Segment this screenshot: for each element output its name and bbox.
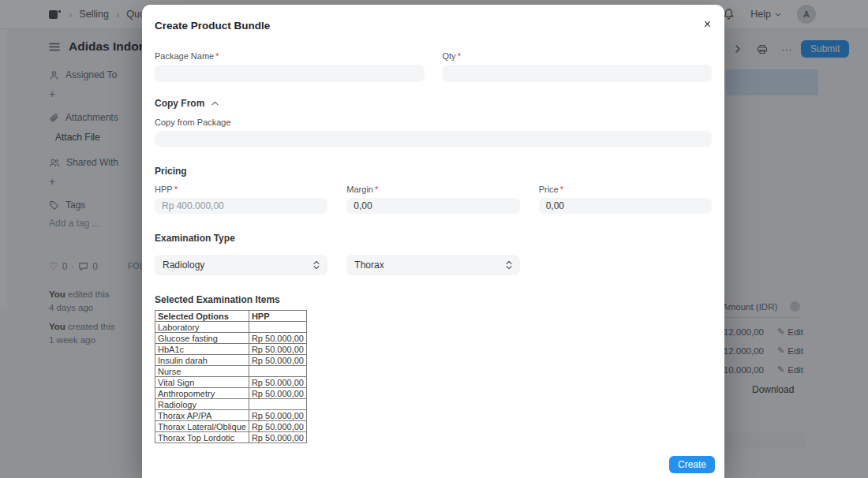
exam-type-select[interactable]: Radiology: [155, 255, 327, 275]
price-field: Price*: [539, 185, 712, 214]
hpp-cell: Rp 50.000,00: [249, 432, 306, 443]
price-input[interactable]: [539, 198, 712, 214]
modal-body: Package Name* Qty* Copy From Copy from P…: [142, 51, 724, 443]
table-row: Thorax Top LordoticRp 50.000,00: [155, 432, 307, 443]
option-cell: Nurse: [155, 366, 249, 377]
hpp-cell: [249, 399, 306, 410]
name-qty-row: Package Name* Qty*: [155, 51, 712, 82]
hpp-cell: Rp 50.000,00: [249, 388, 306, 399]
modal-title: Create Product Bundle: [155, 20, 270, 32]
hpp-cell: Rp 50.000,00: [249, 355, 306, 366]
package-name-label: Package Name*: [155, 51, 425, 61]
package-name-field: Package Name*: [155, 51, 425, 82]
option-cell: Thorax AP/PA: [155, 410, 249, 421]
pricing-title: Pricing: [155, 166, 187, 177]
column-header-selected-options: Selected Options: [155, 311, 249, 322]
hpp-cell: [249, 366, 306, 377]
exam-subtype-value: Thorax: [354, 260, 383, 271]
qty-input[interactable]: [443, 65, 713, 82]
hpp-cell: Rp 50.000,00: [249, 421, 306, 432]
modal-header: Create Product Bundle ×: [142, 5, 724, 32]
select-updown-icon: [313, 260, 320, 270]
pricing-row: HPP* Margin* Price*: [155, 185, 712, 214]
hpp-cell: [249, 322, 306, 333]
selected-items-title: Selected Examination Items: [155, 294, 280, 305]
required-asterisk: *: [174, 185, 178, 194]
option-cell: Thorax Lateral/Oblique: [155, 421, 249, 432]
table-row: Vital SignRp 50.000,00: [155, 377, 307, 388]
hpp-label: HPP*: [155, 185, 327, 194]
margin-input[interactable]: [346, 198, 519, 214]
copy-from-title: Copy From: [155, 98, 204, 109]
copy-from-package-label: Copy from Package: [155, 118, 712, 127]
option-cell: Glucose fasting: [155, 333, 249, 344]
required-asterisk: *: [375, 185, 378, 194]
option-cell: HbA1c: [155, 344, 249, 355]
hpp-cell: Rp 50.000,00: [249, 344, 306, 355]
qty-field: Qty*: [443, 51, 713, 82]
create-button[interactable]: Create: [669, 456, 715, 473]
examination-type-title: Examination Type: [155, 233, 235, 244]
option-cell: Radiology: [155, 399, 249, 410]
table-row: Thorax AP/PARp 50.000,00: [155, 410, 307, 421]
exam-type-value: Radiology: [163, 260, 204, 271]
price-label: Price*: [539, 185, 712, 194]
close-icon[interactable]: ×: [701, 15, 714, 34]
qty-label: Qty*: [443, 51, 713, 61]
selected-items-section-header: Selected Examination Items: [155, 294, 712, 305]
table-row: Nurse: [155, 366, 307, 377]
option-cell: Laboratory: [155, 322, 249, 333]
option-cell: Thorax Top Lordotic: [155, 432, 249, 443]
table-row: Thorax Lateral/ObliqueRp 50.000,00: [155, 421, 307, 432]
chevron-up-icon: [211, 101, 219, 106]
table-row: HbA1cRp 50.000,00: [155, 344, 307, 355]
hpp-cell: Rp 50.000,00: [249, 377, 306, 388]
option-cell: Anthropometry: [155, 388, 249, 399]
hpp-cell: Rp 50.000,00: [249, 410, 306, 421]
hpp-field: HPP*: [155, 185, 327, 214]
hpp-cell: Rp 50.000,00: [249, 333, 306, 344]
examination-type-section-header: Examination Type: [155, 233, 712, 244]
table-row: Insulin darahRp 50.000,00: [155, 355, 307, 366]
option-cell: Insulin darah: [155, 355, 249, 366]
selected-examination-items-table: Selected Options HPP Laboratory Glucose …: [155, 310, 307, 443]
package-name-input[interactable]: [155, 65, 425, 82]
required-asterisk: *: [215, 51, 219, 61]
table-row: Laboratory: [155, 322, 307, 333]
examination-type-row: Radiology Thorax: [155, 255, 712, 275]
exam-subtype-select[interactable]: Thorax: [346, 255, 519, 275]
table-header-row: Selected Options HPP: [155, 311, 307, 322]
copy-from-package-field: Copy from Package: [155, 118, 712, 147]
copy-from-package-input[interactable]: [155, 131, 712, 147]
required-asterisk: *: [458, 51, 461, 61]
table-row: Radiology: [155, 399, 307, 410]
margin-field: Margin*: [346, 185, 519, 214]
table-row: AnthropometryRp 50.000,00: [155, 388, 307, 399]
table-row: Glucose fastingRp 50.000,00: [155, 333, 307, 344]
option-cell: Vital Sign: [155, 377, 249, 388]
hpp-input: [155, 198, 327, 214]
copy-from-section-header[interactable]: Copy From: [155, 98, 712, 109]
margin-label: Margin*: [346, 185, 519, 194]
select-updown-icon: [506, 260, 512, 270]
create-product-bundle-modal: Create Product Bundle × Package Name* Qt…: [142, 5, 724, 478]
column-header-hpp: HPP: [249, 311, 306, 322]
pricing-section-header: Pricing: [155, 166, 712, 177]
required-asterisk: *: [560, 185, 563, 194]
